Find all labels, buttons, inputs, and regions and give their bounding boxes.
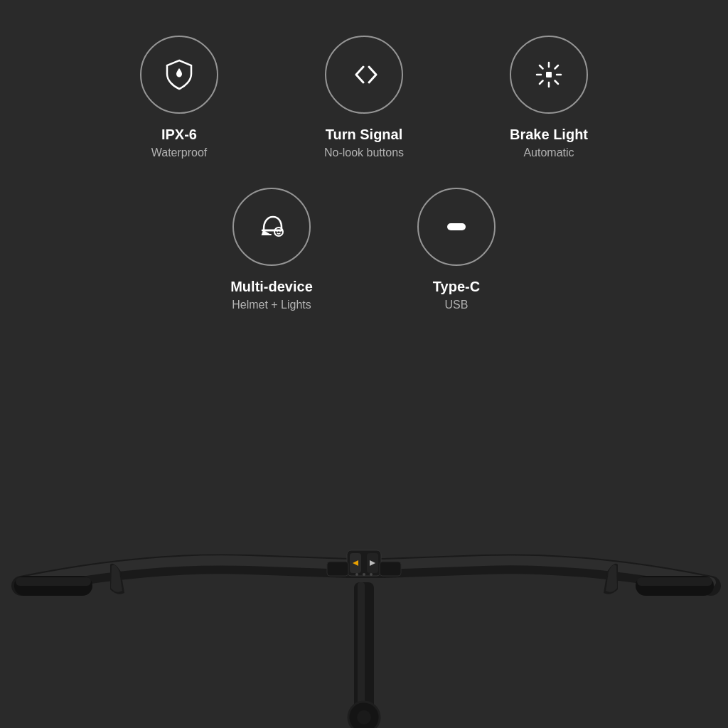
handlebar-svg <box>0 422 728 728</box>
features-row-2: Multi-device Helmet + Lights Type-C USB <box>208 188 520 311</box>
svg-rect-30 <box>380 562 401 576</box>
multi-device-subtitle: Helmet + Lights <box>230 299 313 311</box>
svg-line-8 <box>540 81 543 85</box>
feature-type-c: Type-C USB <box>392 188 520 311</box>
usb-icon <box>440 210 473 243</box>
svg-rect-0 <box>546 72 552 77</box>
svg-rect-16 <box>637 577 712 586</box>
svg-point-28 <box>370 573 373 576</box>
svg-point-26 <box>355 573 358 576</box>
turn-signal-title: Turn Signal <box>324 125 404 144</box>
svg-point-10 <box>277 230 278 232</box>
bike-scene <box>0 422 728 728</box>
multi-device-text: Multi-device Helmet + Lights <box>230 277 313 311</box>
multi-device-icon-circle <box>232 188 311 266</box>
waterproof-text: IPX-6 Waterproof <box>151 125 208 159</box>
brake-light-icon-circle <box>510 36 588 114</box>
type-c-subtitle: USB <box>433 299 480 311</box>
svg-point-9 <box>274 228 283 236</box>
svg-line-6 <box>555 81 559 85</box>
svg-point-27 <box>363 573 365 576</box>
svg-point-20 <box>357 710 371 724</box>
type-c-title: Type-C <box>433 277 480 296</box>
svg-rect-29 <box>327 562 348 576</box>
brake-light-title: Brake Light <box>510 125 588 144</box>
turn-signal-icon-circle <box>325 36 403 114</box>
sun-icon <box>532 58 565 91</box>
brake-light-subtitle: Automatic <box>510 146 588 159</box>
svg-point-11 <box>279 230 281 232</box>
waterproof-title: IPX-6 <box>151 125 208 144</box>
feature-waterproof: IPX-6 Waterproof <box>115 36 243 159</box>
svg-rect-12 <box>447 223 466 230</box>
turn-signal-text: Turn Signal No-look buttons <box>324 125 404 159</box>
turn-signal-subtitle: No-look buttons <box>324 146 404 159</box>
feature-multi-device: Multi-device Helmet + Lights <box>208 188 336 311</box>
features-row-1: IPX-6 Waterproof Turn Signal No-look but… <box>115 36 613 159</box>
svg-rect-14 <box>16 577 91 586</box>
features-section: IPX-6 Waterproof Turn Signal No-look but… <box>0 0 728 311</box>
waterproof-icon-circle <box>140 36 218 114</box>
feature-turn-signal: Turn Signal No-look buttons <box>300 36 428 159</box>
waterproof-subtitle: Waterproof <box>151 146 208 159</box>
feature-brake-light: Brake Light Automatic <box>485 36 613 159</box>
chevrons-icon <box>348 58 380 91</box>
shield-icon <box>163 58 196 91</box>
svg-line-7 <box>555 65 559 69</box>
svg-line-5 <box>540 65 543 69</box>
helmet-icon <box>255 210 288 243</box>
brake-light-text: Brake Light Automatic <box>510 125 588 159</box>
type-c-text: Type-C USB <box>433 277 480 311</box>
type-c-icon-circle <box>417 188 496 266</box>
multi-device-title: Multi-device <box>230 277 313 296</box>
